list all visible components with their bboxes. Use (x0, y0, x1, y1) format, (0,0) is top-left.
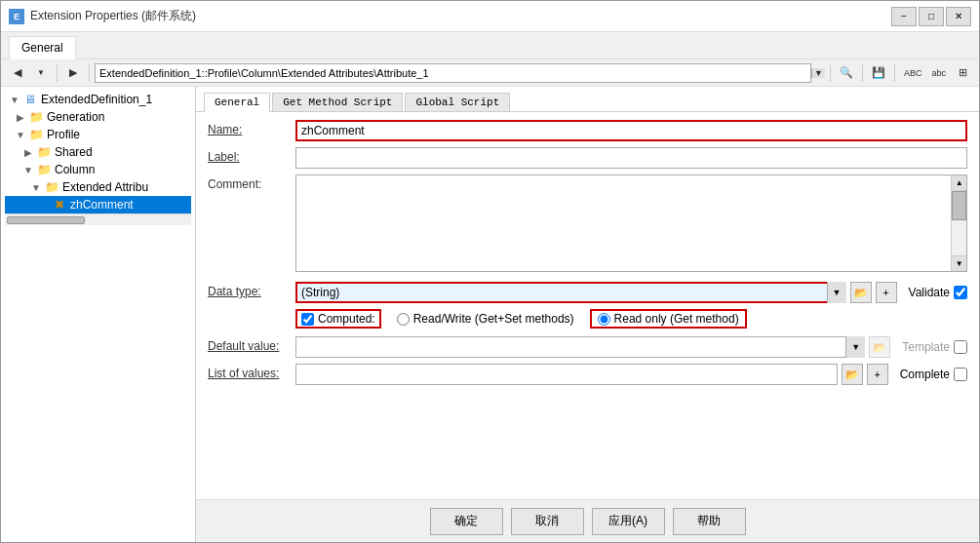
name-control (295, 120, 967, 141)
tree-scrollbar[interactable] (5, 213, 191, 225)
data-type-controls: (String) Integer Boolean ▼ 📂 + Validate (295, 282, 967, 303)
toolbar: ◀ ▼ ▶ ExtendedDefinition_1::Profile\Colu… (1, 59, 979, 87)
scroll-thumb[interactable] (7, 216, 85, 224)
data-type-btn2[interactable]: + (876, 282, 897, 303)
comment-row: Comment: ▲ ▼ (208, 175, 967, 278)
comment-textarea[interactable] (296, 175, 951, 271)
title-bar-controls: − □ ✕ (891, 7, 971, 26)
scroll-thumb-v[interactable] (952, 191, 966, 220)
separator-5 (894, 64, 895, 82)
folder-icon-profile: 📁 (28, 127, 44, 142)
computed-checkbox-wrap: Computed: (295, 309, 381, 329)
lov-controls: 📂 + Complete (295, 364, 967, 385)
radio-readwrite-label: Read/Write (Get+Set methods) (413, 312, 574, 326)
default-arrow-icon: ▼ (845, 336, 865, 358)
computed-row: Computed: Read/Write (Get+Set methods) R… (208, 309, 967, 332)
folder-icon-shared: 📁 (36, 144, 52, 160)
title-bar: E Extension Properties (邮件系统) − □ ✕ (1, 1, 979, 32)
expand-icon-profile[interactable]: ▼ (13, 127, 28, 142)
tree-item-generation[interactable]: ▶ 📁 Generation (5, 108, 191, 126)
expand-icon-generation[interactable]: ▶ (13, 109, 28, 125)
template-checkbox[interactable] (954, 340, 967, 354)
data-type-label: Data type: (208, 282, 295, 298)
save-button[interactable]: 💾 (868, 62, 889, 84)
forward-button[interactable]: ▶ (62, 62, 84, 84)
complete-label: Complete (900, 368, 950, 381)
tab-general[interactable]: General (9, 36, 76, 59)
comment-scrollbar[interactable]: ▲ ▼ (951, 175, 966, 271)
lov-input[interactable] (295, 364, 838, 385)
root-icon: 🖥 (22, 92, 38, 107)
expand-icon-root[interactable]: ▼ (7, 92, 22, 107)
search-button[interactable]: 🔍 (836, 62, 857, 84)
tree-item-profile[interactable]: ▼ 📁 Profile (5, 126, 191, 143)
spell1-button[interactable]: ABC (900, 62, 926, 84)
apply-button[interactable]: 应用(A) (592, 508, 665, 535)
main-panel: General Get Method Script Global Script … (196, 87, 979, 542)
ok-button[interactable]: 确定 (430, 508, 503, 535)
label-label: Label: (208, 147, 295, 164)
separator-2 (89, 64, 90, 82)
default-input-wrap: ▼ (295, 336, 865, 358)
tree-item-column[interactable]: ▼ 📁 Column (5, 161, 191, 178)
maximize-button[interactable]: □ (919, 7, 944, 26)
lov-btn1[interactable]: 📂 (842, 364, 863, 385)
window-title: Extension Properties (邮件系统) (30, 8, 196, 24)
path-input[interactable]: ExtendedDefinition_1::Profile\Column\Ext… (95, 63, 811, 83)
close-button[interactable]: ✕ (946, 7, 971, 26)
default-btn1[interactable]: 📂 (869, 336, 890, 358)
dropdown-back-button[interactable]: ▼ (30, 62, 52, 84)
path-dropdown-button[interactable]: ▼ (811, 68, 825, 78)
data-type-select[interactable]: (String) Integer Boolean (295, 282, 846, 303)
radio-readonly[interactable] (598, 313, 610, 326)
scroll-track (952, 191, 966, 255)
window-icon: E (9, 9, 24, 24)
title-bar-left: E Extension Properties (邮件系统) (9, 8, 196, 24)
lov-label: List of values: (208, 364, 295, 380)
cancel-button[interactable]: 取消 (511, 508, 584, 535)
template-label: Template (902, 340, 950, 354)
name-input[interactable] (295, 120, 967, 141)
expand-icon-extended[interactable]: ▼ (28, 179, 44, 195)
folder-icon-column: 📁 (36, 162, 52, 177)
validate-checkbox[interactable] (954, 286, 967, 299)
inner-tab-general[interactable]: General (204, 93, 270, 112)
main-window: E Extension Properties (邮件系统) − □ ✕ Gene… (0, 0, 980, 543)
inner-tab-global-script[interactable]: Global Script (405, 93, 510, 111)
data-type-row: Data type: (String) Integer Boolean ▼ 📂 … (208, 282, 967, 305)
inner-tab-get-method[interactable]: Get Method Script (272, 93, 403, 111)
spell2-button[interactable]: abc (927, 62, 950, 84)
default-value-label: Default value: (208, 336, 295, 353)
expand-icon-column[interactable]: ▼ (20, 162, 36, 177)
back-button[interactable]: ◀ (7, 62, 28, 84)
radio-readonly-label: Read only (Get method) (614, 312, 739, 326)
separator-1 (57, 64, 58, 82)
comment-label: Comment: (208, 175, 295, 278)
data-type-btn1[interactable]: 📂 (850, 282, 872, 303)
scroll-up-button[interactable]: ▲ (952, 175, 966, 191)
tree-item-zhcomment[interactable]: ▶ ✖ zhComment (5, 196, 191, 213)
inner-tab-bar: General Get Method Script Global Script (196, 87, 979, 112)
name-row: Name: (208, 120, 967, 143)
help-button[interactable]: 帮助 (673, 508, 746, 535)
computed-checkbox[interactable] (301, 313, 314, 326)
data-type-select-wrap: (String) Integer Boolean ▼ (295, 282, 846, 303)
tree-item-shared[interactable]: ▶ 📁 Shared (5, 143, 191, 161)
radio-readwrite[interactable] (397, 313, 410, 326)
label-input[interactable] (295, 147, 967, 169)
tree-item-extended-attribu[interactable]: ▼ 📁 Extended Attribu (5, 178, 191, 196)
tree-item-root[interactable]: ▼ 🖥 ExtendedDefinition_1 (5, 91, 191, 108)
comment-control: ▲ ▼ (295, 175, 967, 272)
lov-btn2[interactable]: + (867, 364, 888, 385)
complete-checkbox[interactable] (954, 368, 967, 381)
scroll-down-button[interactable]: ▼ (952, 255, 966, 271)
minimize-button[interactable]: − (891, 7, 917, 26)
default-value-input[interactable] (295, 336, 865, 358)
expand-icon-shared[interactable]: ▶ (20, 144, 36, 160)
folder-icon-generation: 📁 (28, 109, 44, 125)
default-value-row: Default value: ▼ 📂 Template (208, 336, 967, 360)
default-value-controls: ▼ 📂 Template (295, 336, 967, 358)
radio-readwrite-item[interactable]: Read/Write (Get+Set methods) (397, 312, 574, 326)
grid-button[interactable]: ⊞ (952, 62, 973, 84)
validate-label: Validate (909, 286, 950, 299)
